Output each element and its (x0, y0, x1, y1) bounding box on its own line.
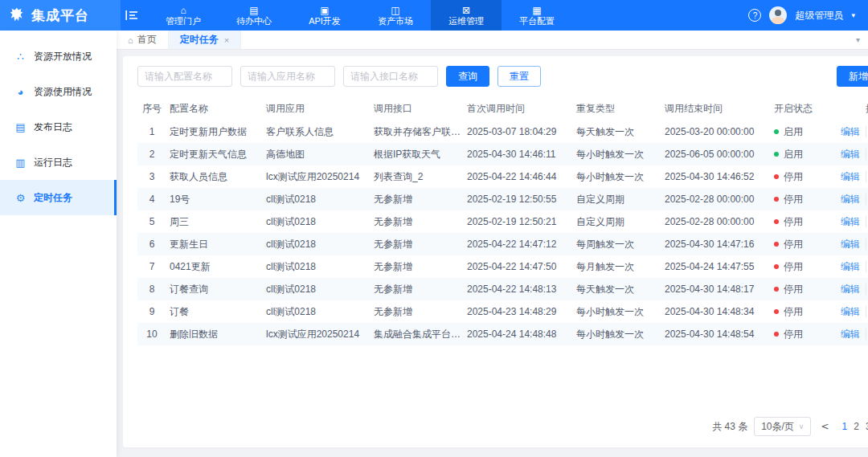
api-icon: ▣ (320, 6, 329, 15)
table-cell: 2025-02-19 12:50:55 (464, 188, 573, 210)
top-nav: ⌂管理门户▤待办中心▣API开发◫资产市场⊠运维管理▦平台配置 (148, 0, 572, 31)
scheduled-tasks-panel: 查询 重置 新增定时任务 序号配置名称调用应用调用接口首次调用时间重复类型调用结… (123, 56, 868, 447)
table-cell: 2025-04-24 14:47:55 (661, 255, 771, 278)
col-header: 调用应用 (263, 96, 371, 120)
sidebar-collapse-icon[interactable] (121, 0, 148, 31)
filter-input-3[interactable] (343, 66, 438, 87)
table-cell: 2025-04-30 14:46:11 (464, 143, 573, 165)
table-cell: 2025-04-23 14:48:29 (464, 300, 573, 323)
sidebar-item-run-log[interactable]: ▥运行日志 (0, 145, 117, 180)
status-cell: 停用 (771, 278, 832, 300)
table-row: 5周三cll测试0218无参新增2025-02-19 12:50:21自定义周期… (137, 210, 868, 233)
table-cell: 2025-04-22 14:47:50 (464, 255, 573, 278)
edit-link[interactable]: 编辑 (835, 261, 866, 272)
ops-cell: 编辑日志更多 ▾ (832, 120, 868, 143)
table-cell: 2025-04-22 14:48:13 (464, 278, 573, 300)
table-cell: 客户联系人信息 (263, 120, 371, 143)
sidebar-item-timer-gear[interactable]: ⚙定时任务 (0, 180, 117, 215)
edit-link[interactable]: 编辑 (835, 126, 866, 137)
filter-input-1[interactable] (137, 66, 232, 87)
help-icon[interactable]: ? (748, 9, 761, 22)
page-size-select[interactable]: 10条/页 ∨ (754, 417, 811, 436)
table-cell: 5 (137, 210, 166, 233)
nav-label: 待办中心 (236, 16, 272, 26)
timer-gear-icon: ⚙ (14, 192, 27, 204)
home-icon: ⌂ (128, 35, 133, 45)
page-number-1[interactable]: 1 (839, 421, 851, 432)
col-header: 配置名称 (166, 96, 263, 120)
table-cell: 集成融合集成平台-数... (371, 323, 464, 345)
nav-label: API开发 (309, 16, 341, 26)
status-text: 停用 (784, 194, 803, 205)
run-log-icon: ▥ (14, 157, 27, 169)
status-text: 停用 (784, 306, 803, 317)
tab-list-caret-icon[interactable]: ▾ (848, 31, 868, 49)
nav-item-market[interactable]: ◫资产市场 (360, 0, 431, 31)
page-number-3[interactable]: 3 (862, 421, 868, 432)
sidebar-item-pie[interactable]: ◕资源使用情况 (0, 74, 117, 109)
table-cell: 2025-03-07 18:04:29 (464, 120, 573, 143)
pie-icon: ◕ (14, 86, 27, 98)
tab-home[interactable]: ⌂ 首页 (117, 31, 169, 49)
table-cell: cll测试0218 (263, 255, 371, 278)
nav-item-ops[interactable]: ⊠运维管理 (431, 0, 502, 31)
nav-label: 运维管理 (448, 16, 484, 26)
reset-button[interactable]: 重置 (497, 66, 541, 87)
table-cell: 无参新增 (371, 278, 464, 300)
sidebar-item-share[interactable]: ∴资源开放情况 (0, 39, 117, 74)
add-task-button[interactable]: 新增定时任务 (837, 66, 868, 87)
page-size-caret-icon: ∨ (799, 422, 805, 430)
edit-link[interactable]: 编辑 (835, 328, 866, 340)
table-row: 1定时更新用户数据客户联系人信息获取并存储客户联系...2025-03-07 1… (137, 120, 868, 143)
status-cell: 停用 (771, 188, 832, 210)
status-dot-icon (774, 197, 779, 202)
col-header: 操作 (832, 96, 868, 120)
user-menu-caret-icon[interactable]: ▾ (851, 11, 855, 19)
edit-link[interactable]: 编辑 (835, 239, 866, 250)
app-title: 集成平台 (31, 6, 89, 25)
edit-link[interactable]: 编辑 (835, 171, 866, 182)
edit-link[interactable]: 编辑 (835, 306, 866, 317)
edit-link[interactable]: 编辑 (835, 149, 866, 160)
col-header: 开启状态 (771, 96, 832, 120)
page-number-2[interactable]: 2 (850, 421, 862, 432)
table-row: 6更新生日cll测试0218无参新增2025-04-22 14:47:12每周触… (137, 233, 868, 255)
table-cell: 2025-04-30 14:46:52 (661, 165, 771, 188)
ops-cell: 编辑日志更多 ▾ (832, 233, 868, 255)
avatar[interactable] (769, 6, 787, 24)
edit-link[interactable]: 编辑 (835, 194, 866, 205)
table-cell: 删除旧数据 (166, 323, 263, 345)
tasks-table: 序号配置名称调用应用调用接口首次调用时间重复类型调用结束时间开启状态操作 1定时… (137, 96, 868, 345)
filter-input-2[interactable] (240, 66, 335, 87)
table-cell: cll测试0218 (263, 278, 371, 300)
edit-link[interactable]: 编辑 (835, 284, 866, 295)
tab-scheduled-tasks[interactable]: 定时任务 × (169, 31, 241, 49)
table-cell: 0421更新 (166, 255, 263, 278)
ops-cell: 编辑日志更多 ▾ (832, 255, 868, 278)
user-name[interactable]: 超级管理员 (795, 9, 843, 22)
search-button[interactable]: 查询 (446, 66, 489, 87)
table-cell: 定时更新用户数据 (166, 120, 263, 143)
table-cell: 列表查询_2 (371, 165, 464, 188)
status-dot-icon (774, 219, 779, 224)
table-cell: 每月触发一次 (573, 255, 661, 278)
sidebar-item-publish-log[interactable]: ▤发布日志 (0, 109, 117, 145)
status-dot-icon (774, 264, 779, 269)
edit-link[interactable]: 编辑 (835, 216, 866, 227)
close-tab-icon[interactable]: × (224, 35, 229, 45)
status-dot-icon (774, 174, 779, 179)
status-cell: 停用 (771, 323, 832, 345)
nav-item-todo[interactable]: ▤待办中心 (219, 0, 289, 31)
table-cell: 高德地图 (263, 143, 371, 165)
nav-item-api[interactable]: ▣API开发 (289, 0, 360, 31)
table-cell: 2 (137, 143, 166, 165)
nav-label: 资产市场 (378, 16, 413, 26)
filter-bar: 查询 重置 新增定时任务 (137, 66, 868, 87)
col-header: 首次调用时间 (464, 96, 573, 120)
table-row: 419号cll测试0218无参新增2025-02-19 12:50:55自定义周… (137, 188, 868, 210)
table-cell: 9 (137, 300, 166, 323)
nav-item-config[interactable]: ▦平台配置 (502, 0, 572, 31)
table-cell: 2025-04-22 14:46:44 (464, 165, 573, 188)
nav-item-home[interactable]: ⌂管理门户 (148, 0, 219, 31)
prev-page-icon[interactable]: < (817, 421, 832, 432)
